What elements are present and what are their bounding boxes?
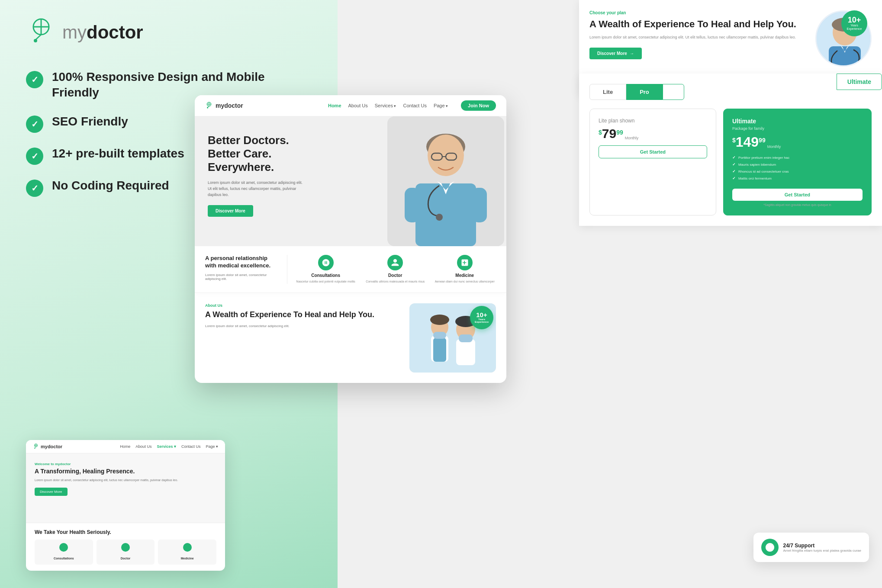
service-intro: A personal relationship with medical exc… — [205, 255, 287, 284]
hero-section: Better Doctors. Better Care. Everywhere.… — [195, 116, 506, 246]
price-main: 149 — [736, 135, 759, 149]
tab-ultimate — [663, 84, 684, 100]
feature-4: Mattis orci fermentum — [732, 175, 863, 182]
mini-service-consult: Consultations — [35, 540, 93, 565]
feature-3: Rhoncus id ad consectetuer cras — [732, 168, 863, 175]
service-medicine: Medicine Aenean diam dui nunc senectus u… — [433, 255, 496, 284]
mini-cta-button[interactable]: Discover More — [35, 488, 68, 496]
exp-badge-top: 10+ YearsExperience — [841, 10, 867, 36]
logo-icon — [26, 17, 56, 48]
hero-content: Better Doctors. Better Care. Everywhere.… — [195, 116, 506, 246]
mini-nav-contact[interactable]: Contact Us — [181, 444, 201, 449]
support-badge: 24/7 Support Amet fringilla etiam turpis… — [753, 533, 869, 562]
svg-rect-29 — [433, 338, 446, 362]
discover-more-button[interactable]: Discover More — [589, 48, 642, 59]
ultimate-tab-label: Ultimate — [837, 74, 882, 90]
doctor-icon — [387, 255, 403, 270]
price-currency: $ — [732, 137, 736, 144]
plan-label: Choose your plan — [589, 10, 807, 15]
about-body: Lorem ipsum dolor sit amet, consectetur … — [205, 324, 401, 329]
support-label: 24/7 Support — [783, 543, 861, 549]
tab-lite[interactable]: Lite — [589, 84, 626, 100]
mini-nav-services[interactable]: Services ▾ — [157, 444, 176, 449]
svg-rect-31 — [456, 339, 475, 365]
about-heading: A Wealth of Experience To Heal and Help … — [205, 310, 401, 320]
consultations-icon — [318, 255, 334, 270]
doctor-title: Doctor — [364, 273, 427, 278]
pricing-note: *Sagittis aliquet non gravida metus quis… — [732, 203, 863, 206]
nav-page[interactable]: Page — [434, 103, 448, 108]
mini-service-label-2: Doctor — [121, 557, 131, 560]
mini-nav-about[interactable]: About Us — [135, 444, 151, 449]
hero-body: Lorem ipsum dolor sit amet, consectetur … — [208, 180, 303, 198]
about-section: About Us A Wealth of Experience To Heal … — [195, 292, 506, 383]
pricing-ultimate-subtitle: Package for family — [732, 126, 863, 131]
feature-2: Mauris sapien bibendum — [732, 161, 863, 168]
medicine-desc: Aenean diam dui nunc senectus ullamcorpe… — [433, 280, 496, 284]
about-content: About Us A Wealth of Experience To Heal … — [205, 303, 401, 373]
plan-body: Lorem ipsum dolor sit amet, consectetur … — [589, 34, 807, 40]
about-image: 10+ YearsExperience — [409, 303, 496, 373]
support-icon — [761, 539, 779, 556]
doctor-desc: Convallis ultrices malesuada et mauris r… — [364, 280, 427, 284]
mini-preview-card: mydoctor Home About Us Services ▾ Contac… — [26, 440, 225, 571]
mini-welcome: Welcome to mydoctor — [35, 462, 216, 466]
join-now-button[interactable]: Join Now — [461, 100, 496, 111]
services-strip: A personal relationship with medical exc… — [195, 246, 506, 292]
main-nav-logo: mydoctor — [205, 102, 243, 109]
main-nav-links: Home About Us Services Contact Us Page — [328, 103, 448, 108]
plan-heading: A Wealth of Experience To Heal and Help … — [589, 19, 807, 30]
nav-home[interactable]: Home — [328, 103, 341, 108]
mini-service-doctor: Doctor — [97, 540, 155, 565]
pricing-tabs: Lite Pro — [589, 84, 872, 100]
tab-pro[interactable]: Pro — [626, 84, 663, 100]
consultations-title: Consultations — [294, 273, 357, 278]
svg-point-9 — [34, 448, 35, 449]
mini-service-row: Consultations Doctor Medicine — [35, 540, 216, 565]
experience-badge: 10+ YearsExperience — [470, 306, 493, 329]
hero-cta-button[interactable]: Discover More — [208, 205, 253, 217]
mini-nav-page[interactable]: Page ▾ — [206, 444, 218, 449]
main-navbar: mydoctor Home About Us Services Contact … — [195, 95, 506, 116]
price-display: $ 149 99 Monthly — [732, 135, 863, 149]
medicine-title: Medicine — [433, 273, 496, 278]
feature-1: Porttitor pretium enim integer hac — [732, 154, 863, 161]
svg-point-34 — [430, 315, 449, 325]
hero-heading: Better Doctors. Better Care. Everywhere. — [208, 134, 493, 174]
check-icon-1 — [26, 71, 43, 88]
mini-service-icon-2 — [121, 543, 130, 552]
check-icon-2 — [26, 116, 43, 133]
plan-content: Choose your plan A Wealth of Experience … — [589, 10, 807, 59]
service-intro-heading: A personal relationship with medical exc… — [205, 255, 280, 270]
medicine-icon — [457, 255, 473, 270]
mini-service-label-3: Medicine — [181, 557, 194, 560]
mini-heading: A Transforming, Healing Presence. — [35, 468, 216, 475]
get-started-ultimate[interactable]: Get Started — [732, 189, 863, 201]
check-icon-4 — [26, 180, 43, 197]
mini-service-icon-1 — [59, 543, 68, 552]
svg-line-3 — [35, 35, 41, 40]
mini-body: Lorem ipsum dolor sit amet, consectetur … — [35, 478, 216, 482]
svg-rect-33 — [459, 334, 473, 342]
mini-health-section: We Take Your Health Seriously. Consultat… — [26, 523, 225, 571]
svg-rect-32 — [433, 332, 446, 339]
feature-list: Porttitor pretium enim integer hac Mauri… — [732, 154, 863, 182]
mini-nav-home[interactable]: Home — [120, 444, 130, 449]
price-cents: 99 — [759, 137, 766, 144]
svg-point-4 — [34, 39, 37, 42]
pricing-ultimate-name: Ultimate — [732, 118, 863, 125]
nav-about[interactable]: About Us — [348, 103, 368, 108]
mini-health-heading: We Take Your Health Seriously. — [35, 529, 216, 535]
pricing-panel: Lite Pro Lite plan shown $ 79 99 Monthly… — [579, 74, 882, 226]
service-intro-body: Lorem ipsum dolor sit amet, consectetur … — [205, 273, 280, 281]
nav-services[interactable]: Services — [375, 103, 396, 108]
mini-service-label-1: Consultations — [54, 557, 74, 560]
get-started-lite[interactable]: Get Started — [599, 145, 707, 158]
nav-contact[interactable]: Contact Us — [403, 103, 426, 108]
service-doctor: Doctor Convallis ultrices malesuada et m… — [364, 255, 427, 284]
support-desc: Amet fringilla etiam turpis erat platea … — [783, 549, 861, 553]
mini-logo: mydoctor — [33, 443, 62, 450]
svg-point-14 — [207, 107, 208, 108]
service-consultations: Consultations Nascetur cubilia sed poten… — [294, 255, 357, 284]
logo-area: mydoctor — [26, 17, 312, 48]
